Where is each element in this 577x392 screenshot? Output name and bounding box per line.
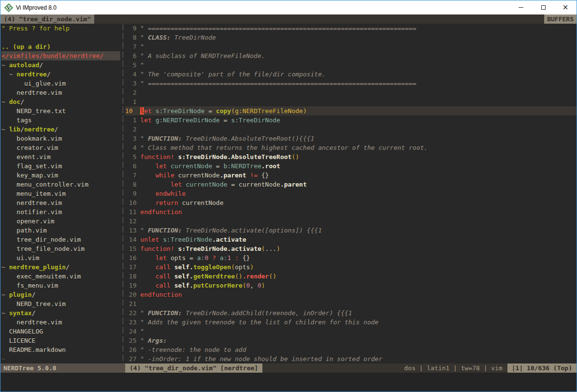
code-line[interactable]: 10 let s:TreeDirNode = copy(g:NERDTreeFi…: [125, 106, 577, 116]
tree-item[interactable]: fs_menu.vim: [1, 281, 120, 290]
code-line[interactable]: 27 " -inOrder: 1 if the new node should …: [125, 354, 577, 363]
code-line[interactable]: 1: [125, 97, 577, 106]
tree-root-path[interactable]: </vimfiles/bundle/nerdtree/: [1, 51, 120, 60]
command-line[interactable]: [0, 373, 577, 392]
code-line[interactable]: 8 " CLASS: TreeDirNode: [125, 33, 577, 42]
main-content: " Press ? for help.. (up a dir)</vimfile…: [0, 24, 577, 363]
nerdtree-panel[interactable]: " Press ? for help.. (up a dir)</vimfile…: [0, 24, 120, 363]
token-u: .. (up a dir): [1, 43, 51, 50]
tree-item[interactable]: [1, 33, 120, 42]
tree-item[interactable]: NERD_tree.txt: [1, 106, 120, 116]
tree-item[interactable]: ~ plugin/: [1, 290, 120, 299]
code-line[interactable]: 5 ": [125, 60, 577, 70]
tab-tree-dir-node[interactable]: (4) "tree_dir_node.vim": [0, 15, 94, 24]
tree-item[interactable]: opener.vim: [1, 217, 120, 226]
tree-item[interactable]: tags: [1, 116, 120, 125]
editor-buffer[interactable]: 9 " ====================================…: [125, 24, 577, 363]
code-line[interactable]: 18 call self.getNerdtree().render(): [125, 272, 577, 281]
token-f: ui.vim: [1, 254, 39, 261]
code-line[interactable]: 7 ": [125, 42, 577, 51]
code-line[interactable]: 3 " FUNCTION: TreeDirNode.AbsoluteTreeRo…: [125, 134, 577, 143]
tree-item[interactable]: notifier.vim: [1, 207, 120, 217]
tree-item[interactable]: exec_menuitem.vim: [1, 272, 120, 281]
token-y: (g:NERDTreeFileNode): [231, 107, 307, 115]
token-k: function!: [140, 153, 174, 160]
token-g: 20: [125, 291, 140, 298]
tree-item[interactable]: nerdtree.vim: [1, 198, 120, 207]
token-s: /: [20, 98, 24, 105]
token-m: .root: [261, 162, 280, 170]
tree-item[interactable]: tree_dir_node.vim: [1, 235, 120, 244]
tree-item[interactable]: ~ syntax/: [1, 308, 120, 318]
tree-item[interactable]: .. (up a dir): [1, 42, 120, 51]
tree-item[interactable]: tree_file_node.vim: [1, 244, 120, 253]
token-g: 27: [125, 355, 140, 363]
code-line[interactable]: 8 let currentNode = currentNode.parent: [125, 180, 577, 189]
token-t: [208, 254, 212, 261]
code-line[interactable]: 26 " -treenode: the node to add: [125, 345, 577, 354]
code-line[interactable]: 20 endfunction: [125, 290, 577, 299]
code-line[interactable]: 4 " The 'composite' part of the file/dir…: [125, 70, 577, 79]
code-line[interactable]: 11 endfunction: [125, 207, 577, 217]
buffer-status-segment: (4) "tree_dir_node.vim" [nerdtree]: [125, 363, 262, 373]
code-line[interactable]: 3 " ====================================…: [125, 79, 577, 88]
tree-item[interactable]: " Press ? for help: [1, 24, 120, 33]
tree-item[interactable]: LICENCE: [1, 336, 120, 345]
vim-icon: V: [4, 3, 13, 12]
code-line[interactable]: 15 function! s:TreeDirNode.activate(...): [125, 244, 577, 253]
code-line[interactable]: 4 " Class method that returns the highes…: [125, 143, 577, 152]
code-line[interactable]: 12: [125, 217, 577, 226]
code-line[interactable]: 9 " ====================================…: [125, 24, 577, 33]
code-line[interactable]: 2: [125, 125, 577, 134]
code-line[interactable]: 17 call self.toggleOpen(opts): [125, 262, 577, 272]
tree-item[interactable]: ~ nerdtree/: [1, 70, 120, 79]
fileformat-status-segment: dos | latin1 | tw=78 | vim: [399, 363, 507, 373]
code-line[interactable]: 7 while currentNode.parent != {}: [125, 171, 577, 180]
tree-item[interactable]: ~ autoload/: [1, 60, 120, 70]
token-d: autoload: [9, 61, 40, 69]
code-line[interactable]: 21: [125, 299, 577, 308]
tree-item[interactable]: path.vim: [1, 226, 120, 235]
tree-item[interactable]: event.vim: [1, 152, 120, 161]
code-line[interactable]: 19 call self.putCursorHere(0, 0): [125, 281, 577, 290]
tree-item[interactable]: menu_controller.vim: [1, 180, 120, 189]
tree-item[interactable]: key_map.vim: [1, 171, 120, 180]
code-line[interactable]: 25 " Args:: [125, 336, 577, 345]
close-button[interactable]: ×: [554, 0, 577, 15]
token-t: {}: [258, 172, 269, 179]
tree-item[interactable]: flag_set.vim: [1, 161, 120, 171]
tree-item[interactable]: README.markdown: [1, 345, 120, 354]
code-line[interactable]: 5 function! s:TreeDirNode.AbsoluteTreeRo…: [125, 152, 577, 161]
tree-item[interactable]: ~ doc/: [1, 97, 120, 106]
tree-item[interactable]: ~ nerdtree_plugin/: [1, 262, 120, 272]
tree-item[interactable]: nerdtree.vim: [1, 88, 120, 97]
tree-item[interactable]: bookmark.vim: [1, 134, 120, 143]
vertical-split-bar[interactable]: [120, 24, 125, 363]
tree-item[interactable]: creator.vim: [1, 143, 120, 152]
tree-item[interactable]: CHANGELOG: [1, 327, 120, 336]
code-line[interactable]: 10 return currentNode: [125, 198, 577, 207]
tree-item[interactable]: menu_item.vim: [1, 189, 120, 198]
code-line[interactable]: 23 " Adds the given treenode to the list…: [125, 318, 577, 327]
token-g: 7: [125, 172, 140, 179]
code-line[interactable]: 2: [125, 88, 577, 97]
code-line[interactable]: 9 endwhile: [125, 189, 577, 198]
tree-item[interactable]: NERD_tree.vim: [1, 299, 120, 308]
tree-item[interactable]: ~ lib/nerdtree/: [1, 125, 120, 134]
code-line[interactable]: 14 unlet s:TreeDirNode.activate: [125, 235, 577, 244]
code-line[interactable]: 13 " FUNCTION: TreeDirNode.activate([opt…: [125, 226, 577, 235]
code-line[interactable]: 6 let currentNode = b:NERDTree.root: [125, 161, 577, 171]
code-line[interactable]: 16 let opts = a:0 ? a:1 : {}: [125, 253, 577, 262]
minimize-button[interactable]: [510, 0, 532, 15]
buffers-label[interactable]: BUFFERS: [544, 15, 577, 24]
code-line[interactable]: 22 " FUNCTION: TreeDirNode.addChild(tree…: [125, 308, 577, 318]
maximize-button[interactable]: [532, 0, 554, 15]
token-fn: copy: [216, 107, 231, 115]
tree-item[interactable]: ui.vim: [1, 253, 120, 262]
code-line[interactable]: 1 let g:NERDTreeDirNode = s:TreeDirNode: [125, 116, 577, 125]
tree-item[interactable]: nerdtree.vim: [1, 318, 120, 327]
tree-item[interactable]: ~: [1, 354, 120, 363]
tree-item[interactable]: ui_glue.vim: [1, 79, 120, 88]
code-line[interactable]: 6 " A subclass of NERDTreeFileNode.: [125, 51, 577, 60]
code-line[interactable]: 24 ": [125, 327, 577, 336]
